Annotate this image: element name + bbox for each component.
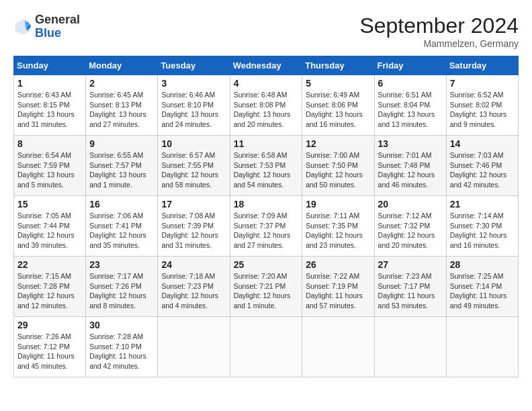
calendar-day-cell: 2Sunrise: 6:45 AMSunset: 8:13 PMDaylight… xyxy=(86,75,158,136)
calendar-day-cell: 21Sunrise: 7:14 AMSunset: 7:30 PMDayligh… xyxy=(446,196,518,257)
calendar-day-cell: 17Sunrise: 7:08 AMSunset: 7:39 PMDayligh… xyxy=(158,196,230,257)
logo-icon xyxy=(13,17,32,36)
header-monday: Monday xyxy=(86,56,158,75)
calendar-day-cell: 25Sunrise: 7:20 AMSunset: 7:21 PMDayligh… xyxy=(230,257,302,317)
calendar-day-cell: 5Sunrise: 6:49 AMSunset: 8:06 PMDaylight… xyxy=(302,75,374,136)
calendar-day-cell: 24Sunrise: 7:18 AMSunset: 7:23 PMDayligh… xyxy=(158,257,230,317)
calendar-day-cell xyxy=(230,317,302,377)
calendar-day-cell: 9Sunrise: 6:55 AMSunset: 7:57 PMDaylight… xyxy=(86,136,158,196)
calendar-day-cell: 13Sunrise: 7:01 AMSunset: 7:48 PMDayligh… xyxy=(374,136,446,196)
header-sunday: Sunday xyxy=(14,56,86,75)
calendar-day-cell: 11Sunrise: 6:58 AMSunset: 7:53 PMDayligh… xyxy=(230,136,302,196)
calendar-day-cell: 27Sunrise: 7:23 AMSunset: 7:17 PMDayligh… xyxy=(374,257,446,317)
week-row-4: 22Sunrise: 7:15 AMSunset: 7:28 PMDayligh… xyxy=(14,257,519,317)
logo-text: General Blue xyxy=(35,13,80,40)
week-row-2: 8Sunrise: 6:54 AMSunset: 7:59 PMDaylight… xyxy=(14,136,519,196)
calendar-day-cell xyxy=(302,317,374,377)
calendar-day-cell: 28Sunrise: 7:25 AMSunset: 7:14 PMDayligh… xyxy=(446,257,518,317)
calendar-day-cell xyxy=(374,317,446,377)
calendar-day-cell: 26Sunrise: 7:22 AMSunset: 7:19 PMDayligh… xyxy=(302,257,374,317)
calendar-day-cell: 1Sunrise: 6:43 AMSunset: 8:15 PMDaylight… xyxy=(14,75,86,136)
calendar-day-cell: 15Sunrise: 7:05 AMSunset: 7:44 PMDayligh… xyxy=(14,196,86,257)
calendar-day-cell: 30Sunrise: 7:28 AMSunset: 7:10 PMDayligh… xyxy=(86,317,158,377)
week-row-5: 29Sunrise: 7:26 AMSunset: 7:12 PMDayligh… xyxy=(14,317,519,377)
logo: General Blue xyxy=(13,13,80,40)
logo-blue: Blue xyxy=(35,26,61,40)
week-row-1: 1Sunrise: 6:43 AMSunset: 8:15 PMDaylight… xyxy=(14,75,519,136)
title-area: September 2024 Mammelzen, Germany xyxy=(359,13,519,49)
calendar-day-cell: 20Sunrise: 7:12 AMSunset: 7:32 PMDayligh… xyxy=(374,196,446,257)
calendar-day-cell: 19Sunrise: 7:11 AMSunset: 7:35 PMDayligh… xyxy=(302,196,374,257)
calendar-day-cell: 14Sunrise: 7:03 AMSunset: 7:46 PMDayligh… xyxy=(446,136,518,196)
calendar-day-cell: 23Sunrise: 7:17 AMSunset: 7:26 PMDayligh… xyxy=(86,257,158,317)
header-tuesday: Tuesday xyxy=(158,56,230,75)
week-row-3: 15Sunrise: 7:05 AMSunset: 7:44 PMDayligh… xyxy=(14,196,519,257)
calendar-header-row: Sunday Monday Tuesday Wednesday Thursday… xyxy=(14,56,519,75)
calendar-day-cell xyxy=(446,317,518,377)
page-header: General Blue September 2024 Mammelzen, G… xyxy=(13,13,519,49)
month-title: September 2024 xyxy=(359,13,519,38)
calendar-day-cell: 10Sunrise: 6:57 AMSunset: 7:55 PMDayligh… xyxy=(158,136,230,196)
calendar-day-cell: 3Sunrise: 6:46 AMSunset: 8:10 PMDaylight… xyxy=(158,75,230,136)
calendar-day-cell: 7Sunrise: 6:52 AMSunset: 8:02 PMDaylight… xyxy=(446,75,518,136)
header-thursday: Thursday xyxy=(302,56,374,75)
calendar-day-cell: 18Sunrise: 7:09 AMSunset: 7:37 PMDayligh… xyxy=(230,196,302,257)
calendar-table: Sunday Monday Tuesday Wednesday Thursday… xyxy=(13,56,519,377)
calendar-day-cell xyxy=(158,317,230,377)
calendar-day-cell: 22Sunrise: 7:15 AMSunset: 7:28 PMDayligh… xyxy=(14,257,86,317)
logo-general: General xyxy=(35,13,80,26)
header-wednesday: Wednesday xyxy=(230,56,302,75)
location: Mammelzen, Germany xyxy=(359,38,519,49)
calendar-day-cell: 16Sunrise: 7:06 AMSunset: 7:41 PMDayligh… xyxy=(86,196,158,257)
calendar-day-cell: 6Sunrise: 6:51 AMSunset: 8:04 PMDaylight… xyxy=(374,75,446,136)
header-friday: Friday xyxy=(374,56,446,75)
header-saturday: Saturday xyxy=(446,56,518,75)
calendar-day-cell: 4Sunrise: 6:48 AMSunset: 8:08 PMDaylight… xyxy=(230,75,302,136)
calendar-day-cell: 12Sunrise: 7:00 AMSunset: 7:50 PMDayligh… xyxy=(302,136,374,196)
calendar-day-cell: 29Sunrise: 7:26 AMSunset: 7:12 PMDayligh… xyxy=(14,317,86,377)
calendar-day-cell: 8Sunrise: 6:54 AMSunset: 7:59 PMDaylight… xyxy=(14,136,86,196)
